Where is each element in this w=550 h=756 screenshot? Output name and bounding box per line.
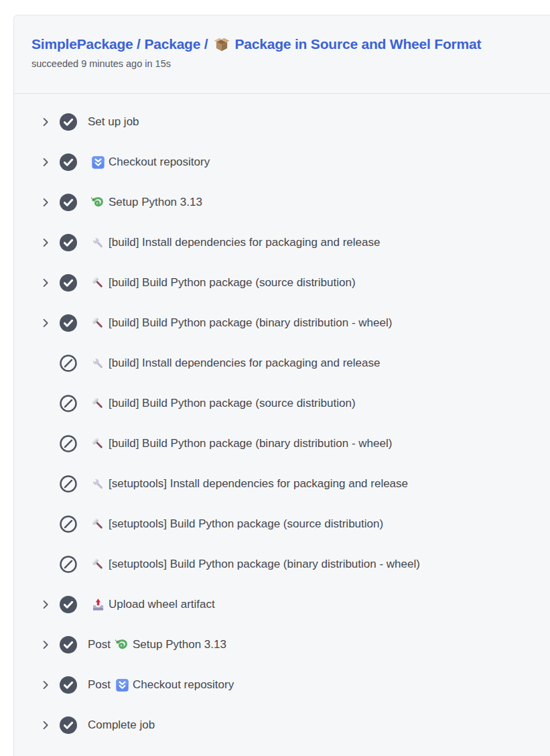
- step-status: [60, 274, 77, 292]
- step-expand-toggle[interactable]: [40, 237, 51, 248]
- step-row: [build] Install dependencies for packagi…: [14, 343, 550, 383]
- hammer-icon: [91, 517, 105, 531]
- step-status: [60, 113, 77, 131]
- chevron-right-icon[interactable]: [40, 639, 51, 650]
- python-icon: [91, 196, 105, 210]
- step-label: Upload wheel artifact: [88, 598, 215, 612]
- step-status: [60, 314, 77, 332]
- step-label: [build] Build Python package (binary dis…: [88, 437, 392, 451]
- step-row[interactable]: PostSetup Python 3.13: [14, 625, 550, 665]
- chevron-right-icon[interactable]: [40, 599, 51, 610]
- step-status: [60, 636, 77, 653]
- step-label: [setuptools] Build Python package (binar…: [88, 558, 420, 572]
- success-check-icon: [60, 636, 77, 653]
- package-icon: [213, 36, 230, 53]
- chevron-right-icon[interactable]: [40, 720, 51, 731]
- step-status: [60, 153, 77, 171]
- step-label: PostSetup Python 3.13: [88, 638, 226, 652]
- step-row: [build] Build Python package (source dis…: [14, 383, 550, 424]
- success-check-icon: [60, 194, 77, 211]
- wrench-icon: [91, 477, 105, 491]
- chevron-right-icon[interactable]: [40, 157, 51, 168]
- chevron-right-icon[interactable]: [40, 680, 51, 690]
- hammer-icon: [91, 558, 105, 572]
- chevron-right-icon[interactable]: [40, 117, 51, 127]
- success-check-icon: [60, 596, 77, 613]
- step-label: [setuptools] Build Python package (sourc…: [88, 517, 383, 531]
- step-expand-toggle[interactable]: [40, 197, 51, 208]
- step-label: [build] Install dependencies for packagi…: [88, 236, 380, 250]
- label-text: [build] Build Python package (binary dis…: [109, 316, 392, 330]
- label-text: Checkout repository: [109, 155, 210, 169]
- label-text: Complete job: [88, 718, 155, 732]
- chevron-right-icon[interactable]: [40, 277, 51, 288]
- step-row[interactable]: PostCheckout repository: [14, 665, 550, 705]
- label-text: Set up job: [88, 115, 139, 129]
- step-row[interactable]: [build] Build Python package (binary dis…: [14, 303, 550, 343]
- step-label: [build] Build Python package (binary dis…: [88, 316, 392, 330]
- checkout-icon: [115, 678, 129, 692]
- success-check-icon: [60, 676, 77, 694]
- label-text: Setup Python 3.13: [133, 638, 226, 651]
- step-label: Complete job: [88, 718, 155, 732]
- job-run-panel: SimplePackage / Package /Package in Sour…: [13, 15, 550, 756]
- step-label: Checkout repository: [88, 155, 210, 170]
- hammer-icon: [91, 276, 105, 290]
- label-text: Post: [88, 678, 111, 692]
- step-status: [60, 475, 77, 493]
- wrench-icon: [91, 236, 105, 250]
- success-check-icon: [60, 274, 77, 292]
- chevron-right-icon[interactable]: [40, 237, 51, 248]
- step-row: [setuptools] Install dependencies for pa…: [14, 464, 550, 504]
- wrench-icon: [91, 357, 105, 371]
- step-row[interactable]: Checkout repository: [14, 142, 550, 182]
- step-row: [setuptools] Build Python package (binar…: [14, 544, 550, 584]
- step-status: [60, 355, 77, 372]
- step-status: [60, 234, 77, 251]
- label-text: Package in Source and Wheel Format: [235, 36, 482, 52]
- step-row[interactable]: Complete job: [14, 705, 550, 745]
- python-icon: [115, 638, 129, 652]
- step-row[interactable]: Upload wheel artifact: [14, 584, 550, 625]
- step-row[interactable]: [build] Build Python package (source dis…: [14, 263, 550, 303]
- chevron-right-icon[interactable]: [40, 197, 51, 208]
- step-expand-toggle[interactable]: [40, 318, 51, 328]
- step-row[interactable]: [build] Install dependencies for packagi…: [14, 223, 550, 263]
- step-row: [setuptools] Build Python package (sourc…: [14, 504, 550, 544]
- label-text: [build] Build Python package (binary dis…: [109, 437, 392, 450]
- step-status: [60, 395, 77, 412]
- step-label: [build] Build Python package (source dis…: [88, 397, 356, 411]
- skipped-icon: [60, 556, 77, 573]
- chevron-right-icon[interactable]: [40, 318, 51, 328]
- step-status: [60, 194, 77, 211]
- step-expand-toggle[interactable]: [40, 680, 51, 690]
- step-expand-toggle[interactable]: [40, 720, 51, 731]
- hammer-icon: [91, 397, 105, 411]
- job-status-meta: succeeded 9 minutes ago in 15s: [31, 58, 535, 69]
- step-expand-toggle[interactable]: [40, 157, 51, 168]
- step-label: Setup Python 3.13: [88, 196, 202, 210]
- label-text: [setuptools] Install dependencies for pa…: [109, 477, 408, 491]
- step-expand-toggle[interactable]: [40, 117, 51, 127]
- step-row[interactable]: Set up job: [14, 102, 550, 142]
- step-status: [60, 515, 77, 533]
- step-row[interactable]: Setup Python 3.13: [14, 182, 550, 223]
- success-check-icon: [60, 234, 77, 251]
- step-label: Set up job: [88, 115, 139, 129]
- step-expand-toggle[interactable]: [40, 277, 51, 288]
- step-label: PostCheckout repository: [88, 678, 234, 692]
- label-text: [build] Install dependencies for packagi…: [109, 236, 380, 249]
- success-check-icon: [60, 314, 77, 332]
- job-header: SimplePackage / Package /Package in Sour…: [14, 15, 550, 94]
- label-text: [build] Build Python package (source dis…: [109, 397, 356, 410]
- success-check-icon: [60, 113, 77, 131]
- job-breadcrumb-title[interactable]: SimplePackage / Package /Package in Sour…: [31, 36, 535, 53]
- step-status: [60, 596, 77, 613]
- step-row: [build] Build Python package (binary dis…: [14, 424, 550, 464]
- step-expand-toggle[interactable]: [40, 639, 51, 650]
- step-label: [build] Build Python package (source dis…: [88, 276, 356, 290]
- step-expand-toggle[interactable]: [40, 599, 51, 610]
- label-text: [setuptools] Build Python package (binar…: [109, 558, 420, 571]
- upload-icon: [91, 598, 105, 612]
- step-status: [60, 676, 77, 694]
